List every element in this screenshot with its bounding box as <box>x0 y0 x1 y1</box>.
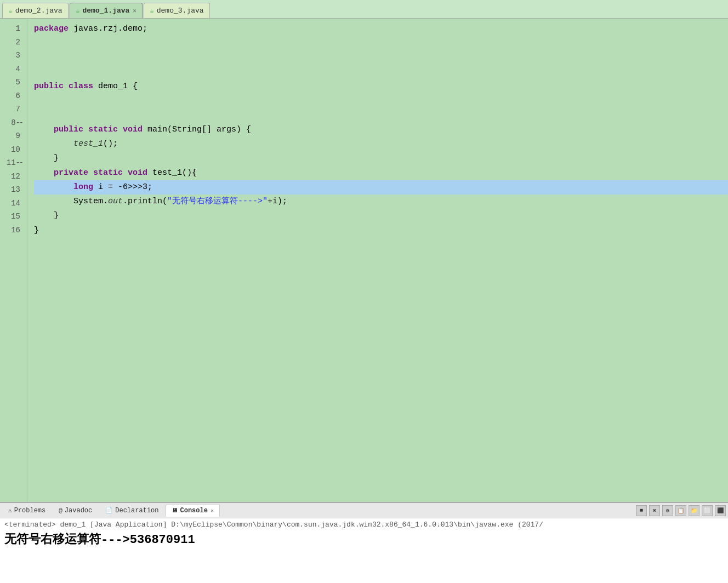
bottom-panel: ⚠Problems@Javadoc📄Declaration🖥Console✕■✖… <box>0 502 728 583</box>
console-toolbar: ■✖⚙📋📁⬜⬛ <box>636 505 726 516</box>
editor-tab-demo1[interactable]: ☕demo_1.java✕ <box>70 3 143 18</box>
line-number-15: 15 <box>0 210 22 224</box>
code-line-13: System.out.println("无符号右移运算符---->"+i); <box>34 195 728 209</box>
line-number-13: 13 <box>0 183 22 197</box>
bottom-tab-console[interactable]: 🖥Console✕ <box>166 505 219 517</box>
line-number-2: 2 <box>0 36 22 49</box>
toolbar-btn-5[interactable]: ⬜ <box>702 505 713 516</box>
javadoc-icon: @ <box>59 507 62 514</box>
code-line-12: long i = -6>>>3; <box>34 180 728 195</box>
declaration-icon: 📄 <box>105 507 113 514</box>
line-number-5: 5 <box>0 76 22 89</box>
line-number-6: 6 <box>0 89 22 103</box>
bottom-tab-label-declaration: Declaration <box>115 507 158 515</box>
tab-label: demo_2.java <box>15 7 62 15</box>
toolbar-btn-4[interactable]: 📁 <box>689 505 699 516</box>
java-file-icon: ☕ <box>8 7 13 15</box>
line-number-3: 3 <box>0 49 22 62</box>
tab-close-icon[interactable]: ✕ <box>133 7 136 14</box>
bottom-tab-label-javadoc: Javadoc <box>65 507 92 515</box>
toolbar-btn-2[interactable]: ⚙ <box>662 505 673 516</box>
code-line-11: private static void test_1(){ <box>34 166 728 180</box>
bottom-tab-javadoc[interactable]: @Javadoc <box>53 505 98 517</box>
console-output: 无符号右移运算符--->536870911 <box>4 531 724 547</box>
code-line-2 <box>34 36 728 50</box>
tab-label: demo_3.java <box>157 7 204 15</box>
console-icon: 🖥 <box>172 507 178 514</box>
code-line-5: public class demo_1 { <box>34 79 728 94</box>
toolbar-btn-3[interactable]: 📋 <box>675 505 686 516</box>
editor-tab-demo3[interactable]: ☕demo_3.java <box>144 3 210 18</box>
line-number-7: 7 <box>0 102 22 116</box>
line-number-11: 11- <box>0 156 22 170</box>
line-number-1: 1 <box>0 22 22 36</box>
code-container: 12345678-91011-1213141516 package javas.… <box>0 19 728 502</box>
line-number-8: 8- <box>0 116 22 130</box>
toolbar-btn-1[interactable]: ✖ <box>649 505 660 516</box>
line-number-16: 16 <box>0 224 22 237</box>
line-number-4: 4 <box>0 62 22 76</box>
toolbar-btn-6[interactable]: ⬛ <box>715 505 726 516</box>
code-line-1: package javas.rzj.demo; <box>34 22 728 36</box>
editor-area: 12345678-91011-1213141516 package javas.… <box>0 19 728 502</box>
code-line-14: } <box>34 209 728 223</box>
code-line-15: } <box>34 224 728 238</box>
code-line-16 <box>34 238 728 252</box>
code-line-3 <box>34 51 728 65</box>
toolbar-btn-0[interactable]: ■ <box>636 505 647 516</box>
line-numbers: 12345678-91011-1213141516 <box>0 19 27 502</box>
code-lines: package javas.rzj.demo; public class dem… <box>27 19 728 502</box>
code-line-9: test_1(); <box>34 137 728 151</box>
bottom-tab-declaration[interactable]: 📄Declaration <box>99 505 164 517</box>
code-line-4 <box>34 65 728 79</box>
code-line-10: } <box>34 151 728 165</box>
console-status: <terminated> demo_1 [Java Application] D… <box>4 521 724 529</box>
tab-label: demo_1.java <box>82 7 129 15</box>
code-line-8: public static void main(String[] args) { <box>34 123 728 137</box>
line-number-9: 9 <box>0 129 22 143</box>
editor-tab-demo2[interactable]: ☕demo_2.java <box>2 3 69 18</box>
console-content: <terminated> demo_1 [Java Application] D… <box>0 518 728 583</box>
java-file-icon: ☕ <box>150 7 154 15</box>
editor-tab-bar: ☕demo_2.java☕demo_1.java✕☕demo_3.java <box>0 0 728 19</box>
bottom-tab-bar: ⚠Problems@Javadoc📄Declaration🖥Console✕■✖… <box>0 503 728 518</box>
problems-icon: ⚠ <box>8 507 12 514</box>
line-number-12: 12 <box>0 170 22 184</box>
bottom-tab-label-problems: Problems <box>14 507 46 515</box>
bottom-tab-close-icon[interactable]: ✕ <box>211 507 214 514</box>
line-number-14: 14 <box>0 197 22 210</box>
code-line-7 <box>34 108 728 123</box>
java-file-icon: ☕ <box>76 7 80 15</box>
bottom-tab-label-console: Console <box>180 507 207 515</box>
code-line-6 <box>34 94 728 108</box>
bottom-tab-problems[interactable]: ⚠Problems <box>2 505 52 517</box>
line-number-10: 10 <box>0 143 22 157</box>
